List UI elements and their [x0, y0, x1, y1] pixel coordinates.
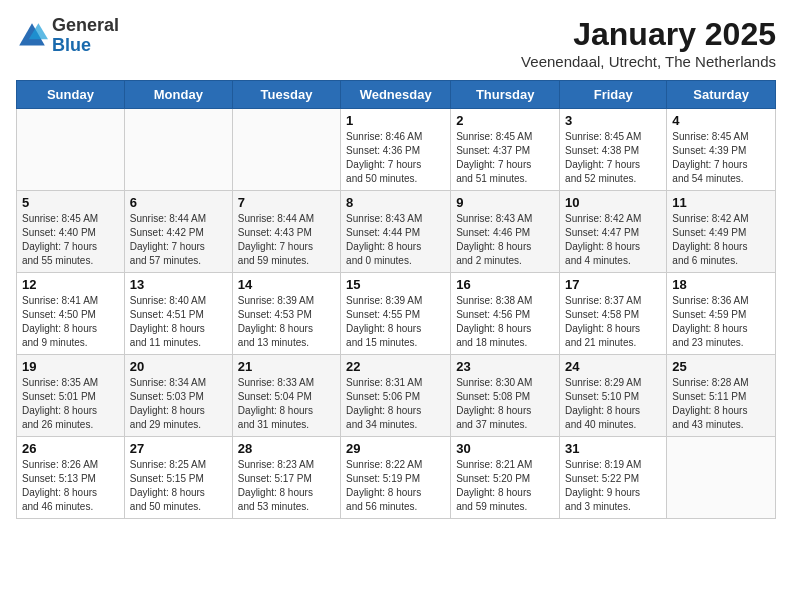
day-number: 15: [346, 277, 445, 292]
calendar-cell: [17, 109, 125, 191]
logo: General Blue: [16, 16, 119, 56]
day-info: Sunrise: 8:38 AM Sunset: 4:56 PM Dayligh…: [456, 294, 554, 350]
day-info: Sunrise: 8:39 AM Sunset: 4:53 PM Dayligh…: [238, 294, 335, 350]
day-info: Sunrise: 8:34 AM Sunset: 5:03 PM Dayligh…: [130, 376, 227, 432]
day-number: 25: [672, 359, 770, 374]
calendar-cell: 10Sunrise: 8:42 AM Sunset: 4:47 PM Dayli…: [560, 191, 667, 273]
day-info: Sunrise: 8:42 AM Sunset: 4:47 PM Dayligh…: [565, 212, 661, 268]
calendar-header-tuesday: Tuesday: [232, 81, 340, 109]
calendar-header-row: SundayMondayTuesdayWednesdayThursdayFrid…: [17, 81, 776, 109]
day-info: Sunrise: 8:26 AM Sunset: 5:13 PM Dayligh…: [22, 458, 119, 514]
day-number: 10: [565, 195, 661, 210]
calendar-cell: 21Sunrise: 8:33 AM Sunset: 5:04 PM Dayli…: [232, 355, 340, 437]
calendar-header-thursday: Thursday: [451, 81, 560, 109]
day-number: 22: [346, 359, 445, 374]
day-info: Sunrise: 8:29 AM Sunset: 5:10 PM Dayligh…: [565, 376, 661, 432]
logo-blue-text: Blue: [52, 35, 91, 55]
day-number: 14: [238, 277, 335, 292]
calendar-cell: 7Sunrise: 8:44 AM Sunset: 4:43 PM Daylig…: [232, 191, 340, 273]
day-number: 8: [346, 195, 445, 210]
day-number: 27: [130, 441, 227, 456]
day-info: Sunrise: 8:43 AM Sunset: 4:44 PM Dayligh…: [346, 212, 445, 268]
day-number: 9: [456, 195, 554, 210]
calendar-week-row: 26Sunrise: 8:26 AM Sunset: 5:13 PM Dayli…: [17, 437, 776, 519]
day-number: 26: [22, 441, 119, 456]
calendar-cell: 4Sunrise: 8:45 AM Sunset: 4:39 PM Daylig…: [667, 109, 776, 191]
calendar-cell: 22Sunrise: 8:31 AM Sunset: 5:06 PM Dayli…: [341, 355, 451, 437]
day-info: Sunrise: 8:44 AM Sunset: 4:43 PM Dayligh…: [238, 212, 335, 268]
day-info: Sunrise: 8:30 AM Sunset: 5:08 PM Dayligh…: [456, 376, 554, 432]
day-number: 7: [238, 195, 335, 210]
calendar-header-wednesday: Wednesday: [341, 81, 451, 109]
day-info: Sunrise: 8:36 AM Sunset: 4:59 PM Dayligh…: [672, 294, 770, 350]
page-title: January 2025: [521, 16, 776, 53]
title-block: January 2025 Veenendaal, Utrecht, The Ne…: [521, 16, 776, 70]
calendar-cell: 18Sunrise: 8:36 AM Sunset: 4:59 PM Dayli…: [667, 273, 776, 355]
calendar-cell: 14Sunrise: 8:39 AM Sunset: 4:53 PM Dayli…: [232, 273, 340, 355]
calendar-cell: 19Sunrise: 8:35 AM Sunset: 5:01 PM Dayli…: [17, 355, 125, 437]
calendar-header-saturday: Saturday: [667, 81, 776, 109]
logo-icon: [16, 20, 48, 52]
day-number: 19: [22, 359, 119, 374]
day-number: 11: [672, 195, 770, 210]
day-info: Sunrise: 8:35 AM Sunset: 5:01 PM Dayligh…: [22, 376, 119, 432]
page-header: General Blue January 2025 Veenendaal, Ut…: [16, 16, 776, 70]
day-info: Sunrise: 8:40 AM Sunset: 4:51 PM Dayligh…: [130, 294, 227, 350]
day-number: 28: [238, 441, 335, 456]
calendar-cell: 8Sunrise: 8:43 AM Sunset: 4:44 PM Daylig…: [341, 191, 451, 273]
day-number: 23: [456, 359, 554, 374]
day-number: 24: [565, 359, 661, 374]
calendar-table: SundayMondayTuesdayWednesdayThursdayFrid…: [16, 80, 776, 519]
day-info: Sunrise: 8:25 AM Sunset: 5:15 PM Dayligh…: [130, 458, 227, 514]
day-info: Sunrise: 8:43 AM Sunset: 4:46 PM Dayligh…: [456, 212, 554, 268]
day-number: 3: [565, 113, 661, 128]
day-info: Sunrise: 8:45 AM Sunset: 4:39 PM Dayligh…: [672, 130, 770, 186]
day-number: 13: [130, 277, 227, 292]
logo-general-text: General: [52, 15, 119, 35]
day-info: Sunrise: 8:22 AM Sunset: 5:19 PM Dayligh…: [346, 458, 445, 514]
day-number: 12: [22, 277, 119, 292]
calendar-header-sunday: Sunday: [17, 81, 125, 109]
calendar-week-row: 12Sunrise: 8:41 AM Sunset: 4:50 PM Dayli…: [17, 273, 776, 355]
calendar-cell: [232, 109, 340, 191]
day-number: 6: [130, 195, 227, 210]
calendar-header-monday: Monday: [124, 81, 232, 109]
calendar-cell: [667, 437, 776, 519]
day-number: 1: [346, 113, 445, 128]
calendar-cell: 23Sunrise: 8:30 AM Sunset: 5:08 PM Dayli…: [451, 355, 560, 437]
calendar-cell: 15Sunrise: 8:39 AM Sunset: 4:55 PM Dayli…: [341, 273, 451, 355]
calendar-cell: 20Sunrise: 8:34 AM Sunset: 5:03 PM Dayli…: [124, 355, 232, 437]
day-number: 29: [346, 441, 445, 456]
day-info: Sunrise: 8:45 AM Sunset: 4:37 PM Dayligh…: [456, 130, 554, 186]
calendar-week-row: 5Sunrise: 8:45 AM Sunset: 4:40 PM Daylig…: [17, 191, 776, 273]
day-number: 21: [238, 359, 335, 374]
calendar-cell: 24Sunrise: 8:29 AM Sunset: 5:10 PM Dayli…: [560, 355, 667, 437]
day-number: 5: [22, 195, 119, 210]
calendar-cell: 11Sunrise: 8:42 AM Sunset: 4:49 PM Dayli…: [667, 191, 776, 273]
day-number: 20: [130, 359, 227, 374]
day-number: 30: [456, 441, 554, 456]
calendar-week-row: 1Sunrise: 8:46 AM Sunset: 4:36 PM Daylig…: [17, 109, 776, 191]
calendar-cell: 12Sunrise: 8:41 AM Sunset: 4:50 PM Dayli…: [17, 273, 125, 355]
calendar-cell: 13Sunrise: 8:40 AM Sunset: 4:51 PM Dayli…: [124, 273, 232, 355]
calendar-cell: 5Sunrise: 8:45 AM Sunset: 4:40 PM Daylig…: [17, 191, 125, 273]
calendar-cell: 27Sunrise: 8:25 AM Sunset: 5:15 PM Dayli…: [124, 437, 232, 519]
day-info: Sunrise: 8:42 AM Sunset: 4:49 PM Dayligh…: [672, 212, 770, 268]
day-info: Sunrise: 8:39 AM Sunset: 4:55 PM Dayligh…: [346, 294, 445, 350]
day-info: Sunrise: 8:46 AM Sunset: 4:36 PM Dayligh…: [346, 130, 445, 186]
calendar-cell: 26Sunrise: 8:26 AM Sunset: 5:13 PM Dayli…: [17, 437, 125, 519]
day-number: 18: [672, 277, 770, 292]
calendar-cell: 17Sunrise: 8:37 AM Sunset: 4:58 PM Dayli…: [560, 273, 667, 355]
calendar-week-row: 19Sunrise: 8:35 AM Sunset: 5:01 PM Dayli…: [17, 355, 776, 437]
day-info: Sunrise: 8:19 AM Sunset: 5:22 PM Dayligh…: [565, 458, 661, 514]
day-info: Sunrise: 8:23 AM Sunset: 5:17 PM Dayligh…: [238, 458, 335, 514]
day-number: 2: [456, 113, 554, 128]
day-info: Sunrise: 8:37 AM Sunset: 4:58 PM Dayligh…: [565, 294, 661, 350]
calendar-cell: 2Sunrise: 8:45 AM Sunset: 4:37 PM Daylig…: [451, 109, 560, 191]
day-number: 16: [456, 277, 554, 292]
calendar-cell: [124, 109, 232, 191]
calendar-cell: 30Sunrise: 8:21 AM Sunset: 5:20 PM Dayli…: [451, 437, 560, 519]
day-info: Sunrise: 8:21 AM Sunset: 5:20 PM Dayligh…: [456, 458, 554, 514]
day-number: 17: [565, 277, 661, 292]
calendar-cell: 6Sunrise: 8:44 AM Sunset: 4:42 PM Daylig…: [124, 191, 232, 273]
